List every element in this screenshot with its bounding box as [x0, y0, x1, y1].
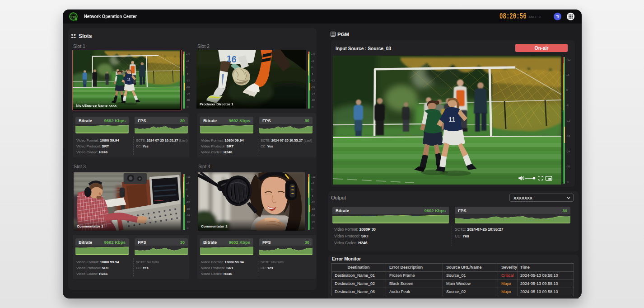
svg-text:TVU: TVU: [71, 15, 76, 18]
